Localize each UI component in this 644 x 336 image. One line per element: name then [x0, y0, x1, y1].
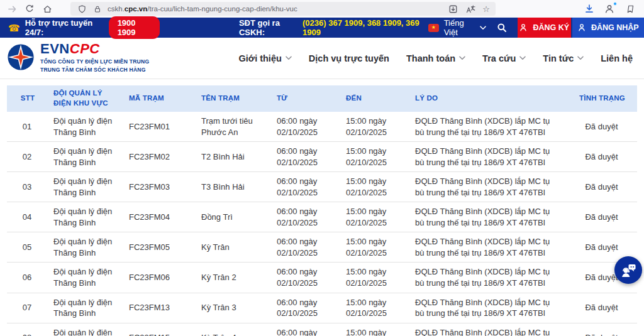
save-page-icon[interactable] [447, 3, 458, 14]
phone-icon: ☎ [8, 23, 20, 33]
search-icon[interactable] [497, 23, 507, 33]
cell-stt: 01 [7, 117, 47, 136]
url-path: /tra-cuu/lich-tam-ngung-cung-cap-dien/kh… [147, 5, 297, 13]
bookmark-star-icon[interactable]: ☆ [482, 5, 490, 13]
nav-label: Giới thiệu [239, 53, 282, 63]
shield-icon[interactable] [76, 3, 87, 14]
translate-icon[interactable] [465, 3, 476, 14]
header-status: TÌNH TRẠNG [566, 90, 637, 107]
cell-station-name: Kỳ Trân 4 [195, 328, 270, 336]
outage-table-body: 01 Đội quản lý điện Thăng Bình FC23FM01 … [7, 112, 637, 336]
cell-reason: ĐQLĐ Thăng Bình (XDCB) lắp MC tụ bù trun… [409, 323, 566, 336]
cell-reason: ĐQLĐ Thăng Bình (XDCB) lắp MC tụ bù trun… [409, 263, 566, 292]
header-station-name: TÊN TRẠM [195, 90, 270, 107]
table-row[interactable]: 07 Đội quản lý điện Thăng Bình FC23FM13 … [7, 293, 637, 323]
cell-team: Đội quản lý điện Thăng Bình [47, 112, 123, 141]
cell-reason: ĐQLĐ Thăng Bình (XDCB) lắp MC tụ bù trun… [409, 293, 566, 323]
cell-to: 15:00 ngày 02/10/2025 [340, 142, 409, 171]
url-domain: cpc.vn [125, 5, 147, 13]
nav-item-tra-cuu[interactable]: Tra cứu [482, 53, 526, 63]
chevron-down-icon [519, 56, 526, 60]
nav-label: Dịch vụ trực tuyến [309, 53, 389, 63]
nav-item-lien-he[interactable]: Liên hệ [601, 53, 633, 63]
cell-stt: 03 [7, 178, 47, 197]
account-notification-dot [613, 2, 617, 6]
header-to: ĐẾN [340, 90, 409, 107]
brand-text: EVNCPC TỔNG CÔNG TY ĐIỆN LỰC MIỀN TRUNG … [40, 42, 149, 74]
nav-item-tin-tuc[interactable]: Tin tức [543, 53, 584, 63]
cell-to: 15:00 ngày 02/10/2025 [340, 202, 409, 232]
outage-table-header: STT ĐỘI QUẢN LÝ ĐIỆN KHU VỰC MÃ TRẠM TÊN… [7, 85, 637, 112]
person-icon [577, 23, 586, 32]
forward-icon[interactable] [6, 3, 18, 14]
extension-icon[interactable] [624, 3, 635, 14]
cell-to: 15:00 ngày 02/10/2025 [340, 263, 409, 292]
cell-reason: ĐQLĐ Thăng Bình (XDCB) lắp MC tụ bù trun… [409, 232, 566, 262]
cell-station-code: FC23FM06 [123, 268, 195, 287]
vietnam-flag-icon: ★ [428, 24, 438, 32]
cell-from: 06:00 ngày 02/10/2025 [270, 172, 340, 202]
cell-stt: 02 [7, 148, 47, 166]
evn-logo[interactable] [6, 43, 35, 74]
table-row[interactable]: 01 Đội quản lý điện Thăng Bình FC23FM01 … [7, 112, 637, 142]
cell-stt: 04 [7, 208, 47, 227]
brand-name: EVNCPC [40, 42, 149, 56]
home-icon[interactable] [42, 3, 53, 14]
cell-from: 06:00 ngày 02/10/2025 [270, 142, 340, 171]
nav-label: Tin tức [543, 53, 574, 63]
cell-team: Đội quản lý điện Thăng Bình [47, 323, 123, 336]
lock-icon[interactable] [92, 3, 103, 14]
support-chat-button[interactable] [614, 256, 642, 284]
cell-station-code: FC23FM02 [123, 148, 195, 166]
table-row[interactable]: 06 Đội quản lý điện Thăng Bình FC23FM06 … [7, 263, 637, 293]
cell-team: Đội quản lý điện Thăng Bình [47, 263, 123, 292]
header-station-code: MÃ TRẠM [123, 90, 195, 107]
downloads-icon[interactable] [584, 3, 595, 14]
table-row[interactable]: 02 Đội quản lý điện Thăng Bình FC23FM02 … [7, 142, 637, 172]
cell-from: 06:00 ngày 02/10/2025 [270, 323, 340, 336]
chevron-down-icon[interactable] [480, 26, 486, 30]
cell-station-code: FC23FM01 [123, 117, 195, 136]
cell-reason: ĐQLĐ Thăng Bình (XDCB) lắp MC tụ bù trun… [409, 202, 566, 232]
address-bar[interactable]: cskh.cpc.vn/tra-cuu/lich-tam-ngung-cung-… [70, 2, 496, 16]
table-row[interactable]: 04 Đội quản lý điện Thăng Bình FC23FM04 … [7, 202, 637, 232]
nav-item-thanh-toan[interactable]: Thanh toán [406, 53, 465, 63]
cell-station-name: Đồng Trì [195, 208, 270, 227]
table-row[interactable]: 08 Đội quản lý điện Thăng Bình FC23FM15 … [7, 323, 637, 336]
cell-reason: ĐQLĐ Thăng Bình (XDCB) lắp MC tụ bù trun… [409, 142, 566, 171]
person-icon [519, 23, 528, 32]
main-nav: Giới thiệu Dịch vụ trực tuyến Thanh toán… [239, 53, 638, 63]
urlbar-actions: ☆ [447, 3, 490, 14]
cell-station-name: Trạm tưới tiêu Phước An [195, 112, 270, 141]
company-name: TỔNG CÔNG TY ĐIỆN LỰC MIỀN TRUNG TRUNG T… [40, 58, 149, 74]
header-from: TỪ [270, 90, 340, 107]
table-row[interactable]: 03 Đội quản lý điện Thăng Bình FC23FM03 … [7, 172, 637, 202]
hotline-badge[interactable]: 1900 1909 [109, 16, 160, 39]
url-text[interactable]: cskh.cpc.vn/tra-cuu/lich-tam-ngung-cung-… [108, 5, 443, 13]
cell-station-name: Kỳ Trân [195, 238, 270, 257]
cell-to: 15:00 ngày 02/10/2025 [340, 232, 409, 262]
cell-team: Đội quản lý điện Thăng Bình [47, 202, 123, 232]
refresh-icon[interactable] [24, 3, 35, 14]
table-row[interactable]: 05 Đội quản lý điện Thăng Bình FC23FM05 … [7, 232, 637, 263]
language-selector[interactable]: Tiếng Việt [444, 18, 475, 37]
cell-station-code: FC23FM04 [123, 208, 195, 227]
nav-item-gioi-thieu[interactable]: Giới thiệu [239, 53, 292, 63]
cell-to: 15:00 ngày 02/10/2025 [340, 323, 409, 336]
flag-star-icon: ★ [431, 25, 436, 30]
login-button[interactable]: ĐĂNG NHẬP [572, 18, 644, 38]
outgoing-call-label: SĐT gọi ra CSKH: [239, 18, 299, 37]
support-label: Hỗ trợ trực tuyến 24/7: [25, 18, 102, 37]
register-label: ĐĂNG KÝ [533, 23, 569, 32]
cell-station-name: T2 Bình Hải [195, 148, 270, 166]
cell-from: 06:00 ngày 02/10/2025 [270, 202, 340, 232]
register-button[interactable]: ĐĂNG KÝ [518, 18, 571, 38]
cell-team: Đội quản lý điện Thăng Bình [47, 232, 123, 262]
account-icon[interactable] [604, 3, 615, 14]
nav-item-dich-vu-truc-tuyen[interactable]: Dịch vụ trực tuyến [309, 53, 389, 63]
login-label: ĐĂNG NHẬP [591, 23, 639, 32]
cell-from: 06:00 ngày 02/10/2025 [270, 232, 340, 262]
chevron-down-icon [286, 56, 292, 60]
cell-team: Đội quản lý điện Thăng Bình [47, 142, 123, 171]
site-header: EVNCPC TỔNG CÔNG TY ĐIỆN LỰC MIỀN TRUNG … [0, 38, 644, 79]
